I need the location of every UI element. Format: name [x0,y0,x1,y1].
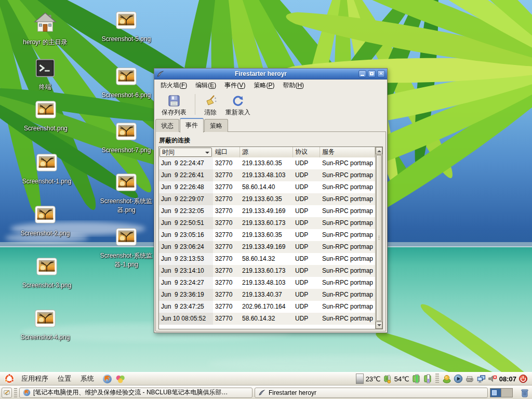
table-row[interactable]: Jun 9 23:06:2432770219.133.49.169UDPSun-… [159,241,375,253]
minimize-button[interactable] [358,70,366,77]
toolbar-button-save[interactable]: 保存列表 [157,93,191,118]
desktop-icon[interactable]: Screenshot-5.png [98,8,155,44]
menubar-item[interactable]: 防火墙(F) [156,79,191,91]
workspace-2[interactable] [501,389,512,397]
desktop-icon[interactable]: Screenshot-2.png [17,203,74,238]
desktop-icon[interactable]: Screenshot-系统监 器-1.png [98,225,155,270]
image-icon [114,170,138,194]
table-row[interactable]: Jun 9 23:05:1632770219.133.60.35UDPSun-R… [159,229,375,241]
desktop-icon[interactable]: 终端 [17,56,74,91]
save-icon [167,94,181,108]
cell-source: 219.133.60.35 [240,193,293,205]
cell-time: Jun 9 22:24:47 [159,157,213,169]
cpu-frequency-meter[interactable] [356,374,364,384]
desktop-icon[interactable]: Screenshot-6.png [98,64,155,100]
cell-source: 219.133.60.173 [240,265,293,277]
ubuntu-menu-icon[interactable] [4,374,15,384]
desktop-icon-label: Screenshot-7.png [98,146,155,155]
desktop-icon-label: Screenshot-2.png [17,229,74,238]
table-row[interactable]: Jun 10 08:05:523277058.60.14.32UDPSun-RP… [159,313,375,325]
image-icon [114,8,138,32]
cpu-temperature[interactable]: 54℃ [394,375,409,383]
cpu-load-chip-icon[interactable] [411,374,421,383]
cell-port: 32770 [213,217,240,229]
desktop-icon[interactable]: Screenshot-4.png [17,307,74,342]
media-play-icon[interactable] [454,374,463,383]
power-button-icon[interactable] [518,374,528,383]
app-suite-launcher[interactable] [114,373,127,385]
network-monitor-icon[interactable] [476,374,486,383]
table-row[interactable]: Jun 9 22:50:5132770219.133.60.173UDPSun-… [159,217,375,229]
desktop-icon[interactable]: Screenshot-7.png [98,119,155,155]
cell-source: 219.133.48.103 [240,277,293,289]
desktop-icon[interactable]: Screenshot-系统监 器.png [98,170,155,215]
titlebar[interactable]: Firestarter heroyr ✕ [154,69,387,79]
table-row[interactable]: Jun 9 22:26:483277058.60.14.40UDPSun-RPC… [159,181,375,193]
desktop-icon[interactable]: Screenshot.png [17,98,74,133]
vertical-scrollbar[interactable] [375,147,382,329]
cell-protocol: UDP [293,265,320,277]
panel-menu-位置[interactable]: 位置 [53,372,76,385]
scroll-down-button[interactable] [376,322,382,329]
taskbar-button[interactable]: [笔记本电脑使用、维护及保修经验交流 - NBCLUB笔记本电脑俱乐部… [19,388,252,398]
volume-muted-icon[interactable] [488,374,497,383]
table-header: 时间端口源协议服务 [159,147,375,157]
table-row[interactable]: Jun 9 23:13:533277058.60.14.32UDPSun-RPC… [159,253,375,265]
desktop-icon[interactable]: heroyr 的主目录 [17,11,74,47]
ambient-temperature[interactable]: 23℃ [366,375,381,383]
scrollbar-thumb[interactable] [376,155,382,321]
table-row[interactable]: Jun 9 22:29:0732770219.133.60.35UDPSun-R… [159,193,375,205]
show-desktop-button[interactable] [2,388,12,398]
cell-time: Jun 9 22:50:51 [159,217,213,229]
maximize-button[interactable] [368,70,376,77]
clock[interactable]: 08:07 [499,375,516,383]
column-header-2[interactable]: 源 [240,147,293,157]
panel-menu-应用程序[interactable]: 应用程序 [17,372,53,385]
printer-queue-icon[interactable] [465,374,474,383]
table-row[interactable]: Jun 9 23:24:2732770219.133.48.103UDPSun-… [159,277,375,289]
column-header-0[interactable]: 时间 [159,148,212,157]
user-applet-icon[interactable] [442,374,451,383]
tab-策略[interactable]: 策略 [204,119,228,132]
trash-button[interactable] [519,388,530,398]
toolbar-button-reload[interactable]: 重新装入 [221,93,255,118]
menubar-item[interactable]: 编辑(E) [191,79,220,91]
tray-drag-handle[interactable] [435,374,439,384]
table-row[interactable]: Jun 9 22:26:4132770219.133.48.103UDPSun-… [159,169,375,181]
tab-状态[interactable]: 状态 [155,119,179,132]
column-header-3[interactable]: 协议 [293,147,320,157]
cell-protocol: UDP [293,277,320,289]
panel-menu-系统[interactable]: 系统 [76,372,99,385]
workspace-switcher[interactable] [490,388,513,397]
memory-chip-icon[interactable] [423,374,432,383]
chip-thermometer-icon[interactable] [383,374,392,383]
workspace-1[interactable] [490,389,501,397]
maximize-icon [370,72,374,75]
tab-事件[interactable]: 事件 [180,118,204,132]
image-icon [114,64,138,88]
cell-time: Jun 9 23:05:16 [159,229,213,241]
menubar-item[interactable]: 事件(V) [220,79,249,91]
cell-service: Sun-RPC portmap [320,277,375,289]
menubar-item[interactable]: 帮助(H) [278,79,308,91]
firefox-launcher[interactable] [101,373,114,385]
table-row[interactable]: Jun 9 22:32:0532770219.133.49.169UDPSun-… [159,205,375,217]
menubar-item[interactable]: 策略(P) [249,79,278,91]
column-header-1[interactable]: 端口 [213,147,240,157]
desktop-icon[interactable]: Screenshot-1.png [18,151,75,186]
toolbar-button-clear[interactable]: 清除 [200,93,221,118]
table-row[interactable]: Jun 9 22:24:4732770219.133.60.35UDPSun-R… [159,157,375,169]
close-button[interactable]: ✕ [377,70,385,77]
desktop-icon[interactable]: Screenshot-3.png [18,255,75,290]
table-row[interactable]: Jun 9 23:36:1932770219.133.40.37UDPSun-R… [159,289,375,301]
scroll-up-button[interactable] [376,147,382,154]
column-header-label: 协议 [295,148,308,155]
table-row[interactable]: Jun 9 23:14:1032770219.133.60.173UDPSun-… [159,265,375,277]
column-header-4[interactable]: 服务 [320,147,375,157]
image-icon [33,307,57,330]
tasklist-drag-handle[interactable] [14,388,17,397]
table-row[interactable]: Jun 9 23:47:2532770202.96.170.164UDPSun-… [159,301,375,313]
table-body: Jun 9 22:24:4732770219.133.60.35UDPSun-R… [159,157,375,329]
taskbar-button[interactable]: Firestarter heroyr [255,388,488,398]
cell-time: Jun 9 23:13:53 [159,253,213,265]
